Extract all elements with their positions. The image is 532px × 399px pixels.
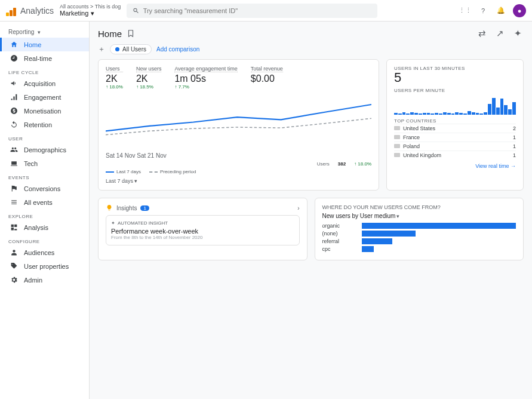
country-row[interactable]: France1: [394, 133, 516, 142]
audience-icon: [10, 248, 18, 256]
flag-icon: [394, 153, 400, 157]
acq-question: WHERE DO YOUR NEW USERS COME FROM?: [322, 204, 516, 210]
chart-legend: Last 7 days Preceding period: [106, 169, 371, 174]
top-bar: Analytics All accounts > This is dog Mar…: [0, 0, 532, 22]
sidebar-item-label: Retention: [24, 121, 52, 128]
apps-icon[interactable]: ⋮⋮: [459, 5, 471, 17]
compare-icon[interactable]: ⇄: [476, 27, 488, 39]
x-label-left: Sat 14 Nov: [106, 152, 135, 159]
sidebar-item-label: Tech: [24, 160, 38, 167]
metric-users[interactable]: Users 2K ↑ 18.0%: [106, 66, 123, 90]
comparison-row: ＋ All Users Add comparison: [98, 44, 524, 54]
page-title-row: Home ⇄ ↗ ✦: [98, 27, 524, 39]
sidebar-item-label: Engagement: [24, 94, 61, 101]
segment-dot-icon: [115, 47, 119, 51]
acq-chart-title[interactable]: New users by User medium: [322, 213, 516, 219]
chevron-right-icon[interactable]: ›: [297, 205, 299, 211]
country-row[interactable]: United Kingdom1: [394, 151, 516, 159]
sidebar-item-user-properties[interactable]: User properties: [0, 259, 89, 273]
line-current: [106, 105, 371, 131]
segment-chip-all-users[interactable]: All Users: [110, 44, 152, 54]
sidebar-item-monetisation[interactable]: Monetisation: [0, 104, 89, 118]
insights-badge: 1: [140, 205, 149, 211]
product-logo: Analytics: [6, 5, 54, 16]
acq-bar-chart: organic (none) referral cpc: [322, 223, 516, 252]
insights-card: Insights 1 › ✦AUTOMATED INSIGHT Performa…: [98, 198, 307, 260]
sidebar-item-label: Monetisation: [24, 108, 61, 115]
device-icon: [10, 159, 18, 167]
sidebar-item-conversions[interactable]: Conversions: [0, 182, 89, 195]
retention-icon: [10, 121, 18, 128]
sidebar-item-label: User properties: [24, 263, 69, 270]
sidebar-item-realtime[interactable]: Real-time: [0, 51, 89, 65]
engagement-icon: [10, 93, 18, 101]
sidebar-item-admin[interactable]: Admin: [0, 273, 89, 287]
insight-item[interactable]: ✦AUTOMATED INSIGHT Performance week-over…: [106, 215, 300, 245]
sidebar-item-audiences[interactable]: Audiences: [0, 245, 89, 259]
sidebar-section-explore: EXPLORE: [0, 209, 89, 220]
sidebar-item-label: Conversions: [24, 185, 60, 192]
sidebar-item-label: Audiences: [24, 249, 54, 256]
view-realtime-link[interactable]: View real time →: [394, 163, 516, 169]
insights-icon[interactable]: ✦: [512, 27, 524, 39]
metric-row: Users 2K ↑ 18.0% New users 2K ↑ 18.5% Av…: [106, 66, 371, 90]
list-icon: [10, 198, 18, 206]
sidebar-item-tech[interactable]: Tech: [0, 156, 89, 170]
bookmark-icon[interactable]: [127, 29, 135, 38]
share-icon[interactable]: ↗: [494, 27, 506, 39]
sidebar-item-label: Acquisition: [24, 80, 56, 87]
sidebar-item-label: Home: [24, 41, 41, 48]
sidebar: Reporting Home Real-time LIFE CYCLE Acqu…: [0, 22, 90, 399]
sidebar-section-configure: CONFIGURE: [0, 234, 89, 245]
main-content: Home ⇄ ↗ ✦ ＋ All Users Add comparison Us…: [90, 22, 532, 399]
x-label-right: Sat 21 Nov: [137, 152, 166, 159]
sparkle-icon: ✦: [111, 220, 115, 226]
clock-icon: [10, 54, 18, 62]
dollar-icon: [10, 107, 18, 115]
search-icon: [133, 7, 139, 14]
flag-icon: [10, 185, 18, 192]
country-list: United States2 France1 Poland1 United Ki…: [394, 124, 516, 159]
metric-revenue[interactable]: Total revenue $0.00: [251, 66, 283, 90]
breadcrumb-path: All accounts > This is dog: [60, 4, 121, 10]
metric-new-users[interactable]: New users 2K ↑ 18.5%: [136, 66, 162, 90]
chevron-down-icon: ▾: [91, 10, 94, 17]
sidebar-item-demographics[interactable]: Demographics: [0, 143, 89, 156]
add-icon: ＋: [98, 44, 105, 54]
sidebar-item-acquisition[interactable]: Acquisition: [0, 76, 89, 90]
sidebar-item-home[interactable]: Home: [0, 38, 89, 51]
overview-card: Users 2K ↑ 18.0% New users 2K ↑ 18.5% Av…: [98, 59, 379, 191]
property-selector[interactable]: All accounts > This is dog Marketing▾: [60, 4, 121, 17]
sidebar-item-retention[interactable]: Retention: [0, 118, 89, 131]
sidebar-item-label: Demographics: [24, 146, 66, 154]
rt-sparkline: [394, 97, 516, 115]
sidebar-item-all-events[interactable]: All events: [0, 195, 89, 209]
notifications-icon[interactable]: 🔔: [495, 5, 507, 17]
sidebar-item-label: Analysis: [24, 224, 48, 231]
chart-tooltip-summary: Users 382 ↑ 18.0%: [106, 161, 371, 167]
period-selector[interactable]: Last 7 days: [106, 178, 137, 184]
analysis-icon: [10, 223, 18, 231]
sidebar-item-analysis[interactable]: Analysis: [0, 220, 89, 234]
rt-user-count: 5: [394, 71, 516, 84]
flag-icon: [394, 135, 400, 139]
search-input[interactable]: [143, 7, 372, 14]
reporting-dropdown[interactable]: Reporting: [0, 26, 89, 38]
sidebar-item-engagement[interactable]: Engagement: [0, 90, 89, 104]
rt-countries-head: TOP COUNTRIES: [394, 118, 516, 124]
country-row[interactable]: United States2: [394, 124, 516, 133]
lightbulb-icon: [106, 204, 113, 211]
help-icon[interactable]: ?: [477, 5, 489, 17]
rt-users-head: USERS IN LAST 30 MINUTES: [394, 66, 516, 71]
analytics-logo-icon: [6, 5, 17, 16]
acquisition-card: WHERE DO YOUR NEW USERS COME FROM? New u…: [315, 198, 524, 260]
metric-engagement-time[interactable]: Average engagement time 1m 05s ↑ 7.7%: [174, 66, 237, 90]
hbar-row: organic: [322, 223, 516, 229]
sidebar-section-events: EVENTS: [0, 170, 89, 182]
realtime-card: USERS IN LAST 30 MINUTES 5 USERS PER MIN…: [386, 59, 524, 191]
sidebar-section-lifecycle: LIFE CYCLE: [0, 65, 89, 76]
account-avatar[interactable]: ●: [513, 4, 526, 17]
country-row[interactable]: Poland1: [394, 142, 516, 151]
search-box[interactable]: [127, 4, 377, 18]
add-comparison-link[interactable]: Add comparison: [156, 46, 199, 53]
